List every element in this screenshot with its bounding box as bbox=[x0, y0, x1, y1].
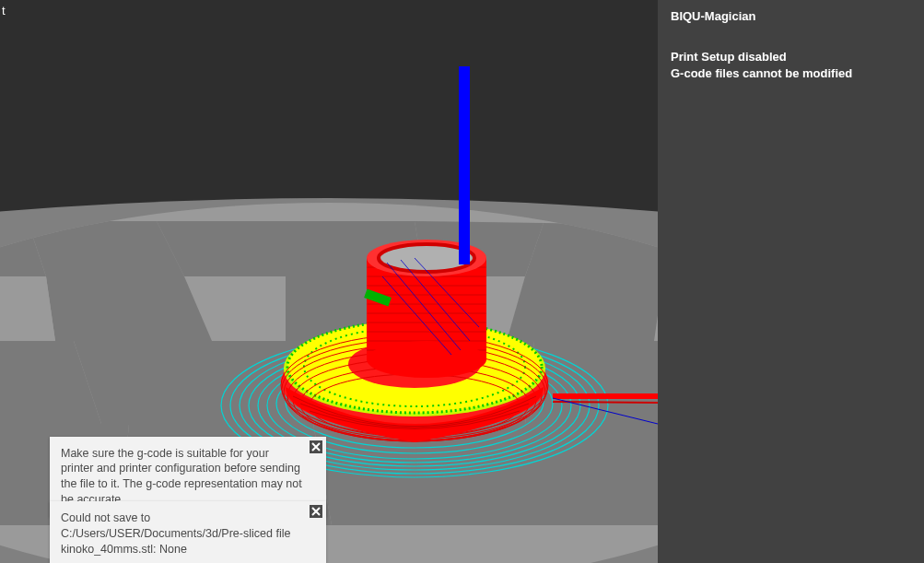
svg-rect-0 bbox=[0, 0, 658, 230]
close-icon[interactable] bbox=[310, 440, 322, 453]
axis-z bbox=[459, 66, 470, 264]
app-root: t BIQU-Magician Print Setup disabled G-c… bbox=[0, 0, 924, 563]
printer-name[interactable]: BIQU-Magician bbox=[658, 0, 924, 29]
close-icon[interactable] bbox=[310, 505, 322, 518]
toast-text: Could not save to C:/Users/USER/Document… bbox=[61, 511, 290, 556]
toast-text: Make sure the g-code is suitable for you… bbox=[61, 447, 302, 507]
status-line-1: Print Setup disabled bbox=[671, 49, 911, 65]
print-setup-status: Print Setup disabled G-code files cannot… bbox=[658, 29, 924, 81]
print-settings-sidebar: BIQU-Magician Print Setup disabled G-cod… bbox=[658, 0, 924, 563]
viewmode-label-fragment: t bbox=[2, 4, 6, 18]
svg-marker-10 bbox=[507, 276, 658, 341]
status-line-2: G-code files cannot be modified bbox=[671, 65, 911, 82]
toast-save-error: Could not save to C:/Users/USER/Document… bbox=[50, 501, 326, 563]
svg-marker-16 bbox=[497, 424, 658, 525]
svg-marker-22 bbox=[74, 341, 230, 424]
svg-marker-20 bbox=[0, 276, 55, 341]
svg-marker-8 bbox=[46, 276, 212, 341]
svg-point-60 bbox=[367, 341, 486, 378]
